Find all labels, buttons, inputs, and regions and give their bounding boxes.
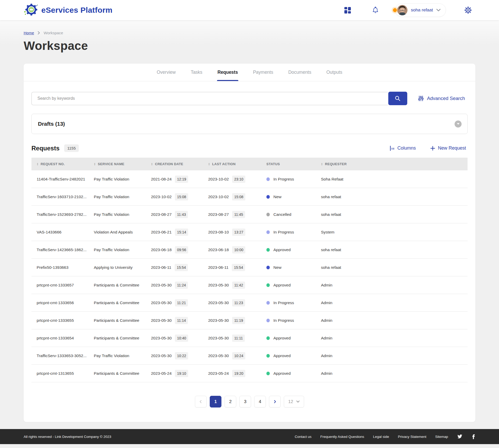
brand[interactable]: eServices Platform xyxy=(24,3,113,18)
table-row[interactable]: TrafficServ-1603710-2102...Pay Traffic V… xyxy=(31,188,468,206)
table-row[interactable]: Prefix50-1393663Applying to University20… xyxy=(31,259,468,276)
pagination-page-4[interactable]: 4 xyxy=(254,396,266,407)
tab-tasks[interactable]: Tasks xyxy=(190,64,203,81)
brand-title: eServices Platform xyxy=(41,6,113,15)
footer-link-legal-side[interactable]: Legal side xyxy=(373,435,389,439)
table-row[interactable]: prtcpnt-cmt-1333656Participants & Commit… xyxy=(31,294,468,312)
search-input[interactable] xyxy=(31,92,388,105)
page-title: Workspace xyxy=(24,39,475,53)
cell-status: Approved xyxy=(266,353,321,358)
footer-link-privacy-statement[interactable]: Privacy Statement xyxy=(398,435,426,439)
facebook-icon[interactable] xyxy=(472,434,475,440)
cell-requester: Admin xyxy=(321,300,468,305)
tab-documents[interactable]: Documents xyxy=(288,64,312,81)
date-text: 2023-06-21 xyxy=(151,230,172,235)
sliders-icon xyxy=(418,96,424,101)
tab-requests[interactable]: Requests xyxy=(217,64,239,81)
cell-status: In Progress xyxy=(266,177,321,182)
time-badge: 11:19 xyxy=(232,317,245,324)
drafts-expand-button[interactable] xyxy=(455,121,462,128)
table-row[interactable]: TrafficServ-1423665-1862...Pay Traffic V… xyxy=(31,241,468,259)
column-header-last-action[interactable]: ▲▼LAST ACTION xyxy=(208,162,266,166)
cell-requester: Admin xyxy=(321,353,468,358)
time-badge: 11:21 xyxy=(175,299,188,306)
time-badge: 19:10 xyxy=(175,370,188,377)
table-row[interactable]: 11404-TrafficServ-2482021Pay Traffic Vio… xyxy=(31,170,468,188)
apps-grid-icon[interactable] xyxy=(343,6,352,15)
footer-link-contact-us[interactable]: Contact us xyxy=(295,435,312,439)
pagination-page-2[interactable]: 2 xyxy=(225,396,236,407)
drafts-label: Drafts (13) xyxy=(38,121,65,127)
cell-request-no: prtcpnt-cmt-1333654 xyxy=(37,336,94,340)
tab-outputs[interactable]: Outputs xyxy=(326,64,343,81)
drafts-panel[interactable]: Drafts (13) xyxy=(31,114,468,134)
table-row[interactable]: VAS-1433666Violation And Appeals2023-06-… xyxy=(31,223,468,241)
sort-icon: ▲▼ xyxy=(208,163,210,165)
time-badge: 15:54 xyxy=(175,264,188,271)
column-header-status: STATUS xyxy=(266,162,321,166)
footer-links: Contact usFrequently Asked QuestionsLega… xyxy=(295,435,448,439)
time-badge: 11:23 xyxy=(232,299,245,306)
pagination-page-3[interactable]: 3 xyxy=(239,396,251,407)
time-badge: 11:11 xyxy=(232,335,245,342)
status-dot xyxy=(266,283,270,287)
date-text: 2023-06-18 xyxy=(208,248,229,252)
footer-link-frequently-asked-questions[interactable]: Frequently Asked Questions xyxy=(320,435,364,439)
pagination-prev-button[interactable] xyxy=(195,396,207,407)
settings-gear-icon[interactable] xyxy=(463,5,473,15)
column-header-service-name[interactable]: ▲▼SERVICE NAME xyxy=(94,162,151,166)
requests-header: Requests 1155 Columns New Request xyxy=(31,144,468,152)
requests-title: Requests xyxy=(31,145,60,152)
status-label: Cancelled xyxy=(273,212,291,217)
column-header-requester[interactable]: ▲▼REQUESTER xyxy=(321,162,468,166)
date-text: 2023-05-30 xyxy=(151,336,172,340)
tab-payments[interactable]: Payments xyxy=(252,64,274,81)
column-header-request-no[interactable]: ▲▼REQUEST NO. xyxy=(37,162,94,166)
columns-button[interactable]: Columns xyxy=(388,145,417,151)
breadcrumb-home-link[interactable]: Home xyxy=(24,31,34,35)
cell-creation-date: 2023-05-3010:40 xyxy=(151,335,208,342)
time-badge: 10:24 xyxy=(232,352,245,359)
time-badge: 11:45 xyxy=(232,211,245,218)
column-header-creation-date[interactable]: ▲▼CREATION DATE xyxy=(151,162,208,166)
cell-creation-date: 2023-06-1809:56 xyxy=(151,246,208,253)
status-dot xyxy=(266,213,270,216)
advanced-search-button[interactable]: Advanced Search xyxy=(417,95,467,102)
cell-creation-date: 2023-08-2711:43 xyxy=(151,211,208,218)
pagination: 123412 xyxy=(31,396,468,407)
status-label: New xyxy=(273,195,281,199)
tab-overview[interactable]: Overview xyxy=(156,64,176,81)
table-row[interactable]: prtcpnt-cmt-1333654Participants & Commit… xyxy=(31,329,468,347)
table-row[interactable]: TrafficServ-1523693-2782...Pay Traffic V… xyxy=(31,206,468,223)
new-request-button[interactable]: New Request xyxy=(429,145,468,151)
cell-request-no: prtcpnt-cmt-1333657 xyxy=(37,283,94,287)
table-row[interactable]: prtcpnt-cmt-1333657Participants & Commit… xyxy=(31,276,468,294)
pagination-page-1[interactable]: 1 xyxy=(210,396,221,407)
cell-last-action: 2023-10-0223:10 xyxy=(208,176,266,183)
table-row[interactable]: TrafficServ-1333653-3052...Pay Traffic V… xyxy=(31,347,468,365)
advanced-search-label: Advanced Search xyxy=(427,96,465,101)
user-menu[interactable]: soha refaat xyxy=(395,3,446,17)
tab-bar: OverviewTasksRequestsPaymentsDocumentsOu… xyxy=(24,64,475,81)
date-text: 2023-05-30 xyxy=(151,318,172,323)
breadcrumb-chevron-icon xyxy=(38,31,40,35)
search-button[interactable] xyxy=(388,92,407,105)
table-row[interactable]: prtcpnt-cmt-1333655Participants & Commit… xyxy=(31,312,468,329)
search-group xyxy=(31,92,407,105)
cell-creation-date: 2021-08-2412:19 xyxy=(151,176,208,183)
footer-link-sitemap[interactable]: Sitemap xyxy=(435,435,448,439)
cell-service-name: Participants & Committee xyxy=(94,283,151,287)
table-row[interactable]: prtcpnt-cmt-1313655Participants & Commit… xyxy=(31,365,468,382)
cell-last-action: 2023-06-1115:54 xyxy=(208,264,266,271)
date-text: 2023-05-24 xyxy=(208,371,229,376)
page-size-select[interactable]: 12 xyxy=(284,396,304,407)
notifications-bell-icon[interactable] xyxy=(371,5,380,15)
status-label: In Progress xyxy=(273,300,294,305)
cell-last-action: 2023-06-1810:00 xyxy=(208,246,266,253)
twitter-icon[interactable] xyxy=(457,434,463,439)
status-label: Approved xyxy=(273,336,291,340)
cell-last-action: 2023-05-3011:42 xyxy=(208,282,266,289)
time-badge: 19:20 xyxy=(232,370,245,377)
chevron-down-icon xyxy=(457,123,459,125)
pagination-next-button[interactable] xyxy=(269,396,281,407)
